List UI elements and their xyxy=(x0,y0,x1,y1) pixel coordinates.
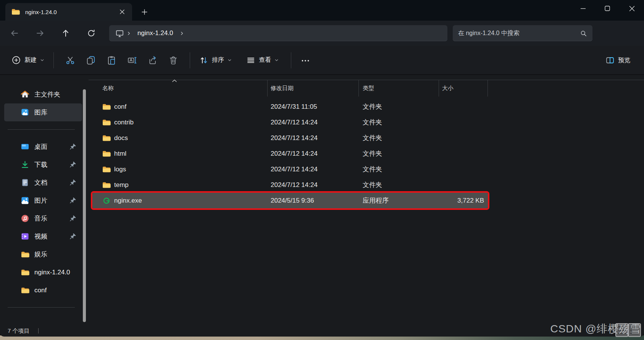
view-button[interactable]: 查看 xyxy=(242,52,283,69)
address-bar[interactable]: nginx-1.24.0 xyxy=(109,25,447,41)
toolbar-divider xyxy=(190,52,190,68)
file-type-cell: 文件夹 xyxy=(359,118,439,127)
sidebar-item-视频[interactable]: 视频 xyxy=(4,227,82,245)
file-name-cell: conf xyxy=(92,103,268,111)
music-icon xyxy=(21,214,29,223)
tab-title: nginx-1.24.0 xyxy=(25,9,117,15)
maximize-button[interactable] xyxy=(595,0,620,17)
more-button[interactable] xyxy=(296,52,315,69)
file-name: nginx.exe xyxy=(114,197,142,205)
file-row-docs[interactable]: docs2024/7/12 14:24文件夹 xyxy=(92,130,488,146)
sidebar-item-conf[interactable]: conf xyxy=(4,281,82,299)
folder-icon xyxy=(102,134,111,142)
file-date-cell: 2024/7/12 14:24 xyxy=(268,119,359,126)
folder-icon xyxy=(21,286,29,295)
sidebar-item-图片[interactable]: 图片 xyxy=(4,192,82,209)
sidebar-item-label: 娱乐 xyxy=(34,250,47,259)
column-header-row: 名称修改日期类型大小 xyxy=(89,80,644,97)
sidebar-item-nginx-1.24.0[interactable]: nginx-1.24.0 xyxy=(4,263,82,281)
sidebar-scrollbar[interactable] xyxy=(83,89,86,322)
file-date-cell: 2024/5/15 9:36 xyxy=(268,197,359,205)
sidebar-item-图库[interactable]: 图库 xyxy=(4,103,82,121)
window-controls xyxy=(571,0,644,17)
toolbar-divider xyxy=(53,52,54,68)
tab-close-icon[interactable] xyxy=(117,6,128,17)
column-header-2[interactable]: 类型 xyxy=(359,80,439,97)
forward-button[interactable] xyxy=(32,26,48,41)
paste-button[interactable] xyxy=(107,55,116,65)
file-row-html[interactable]: html2024/7/12 14:24文件夹 xyxy=(92,146,488,161)
file-name-cell: nginx.exe xyxy=(92,197,268,205)
folder-icon xyxy=(21,250,29,259)
new-tab-button[interactable] xyxy=(138,6,150,18)
refresh-button[interactable] xyxy=(84,26,99,41)
minimize-button[interactable] xyxy=(571,0,595,17)
chevron-down-icon xyxy=(228,58,232,62)
new-button[interactable]: 新建 xyxy=(7,52,49,69)
rename-button[interactable] xyxy=(127,55,137,65)
pin-icon xyxy=(69,214,77,222)
toolbar-actions xyxy=(58,55,185,65)
search-input[interactable]: 在 nginx-1.24.0 中搜索 xyxy=(453,25,592,41)
sidebar: 主文件夹图库桌面下载文档图片音乐视频娱乐nginx-1.24.0conf xyxy=(3,75,83,325)
screen: { "titlebar": { "tab_title": "nginx-1.24… xyxy=(0,0,644,340)
file-type-cell: 文件夹 xyxy=(359,149,439,158)
sidebar-item-音乐[interactable]: 音乐 xyxy=(4,209,82,227)
sort-icon xyxy=(199,56,208,65)
file-name: html xyxy=(114,150,126,158)
cut-button[interactable] xyxy=(65,55,75,65)
explorer-tab[interactable]: nginx-1.24.0 xyxy=(5,3,132,21)
file-row-logs[interactable]: logs2024/7/12 14:24文件夹 xyxy=(92,161,488,177)
titlebar: nginx-1.24.0 xyxy=(0,0,644,21)
sort-button-label: 排序 xyxy=(212,56,224,64)
folder-icon xyxy=(102,166,111,173)
folder-icon xyxy=(102,119,111,126)
preview-button[interactable]: 预览 xyxy=(601,52,635,69)
sidebar-item-桌面[interactable]: 桌面 xyxy=(4,138,82,156)
sidebar-item-下载[interactable]: 下载 xyxy=(4,156,82,174)
view-list-icon xyxy=(246,56,255,65)
videos-icon xyxy=(21,232,29,241)
search-icon[interactable] xyxy=(580,30,587,37)
chevron-down-icon xyxy=(40,58,44,62)
csdn-watermark: CSDN @绯樱殇雪 xyxy=(550,322,641,336)
navigation-bar: nginx-1.24.0 在 nginx-1.24.0 中搜索 xyxy=(0,21,644,46)
file-name: logs xyxy=(114,166,126,173)
column-header-3[interactable]: 大小 xyxy=(439,80,488,97)
file-row-nginx.exe[interactable]: nginx.exe2024/5/15 9:36应用程序3,722 KB xyxy=(92,193,488,208)
sidebar-item-文档[interactable]: 文档 xyxy=(4,174,82,192)
file-date-cell: 2024/7/12 14:24 xyxy=(268,150,359,158)
pin-icon xyxy=(69,197,77,204)
file-name: conf xyxy=(114,103,126,111)
close-button[interactable] xyxy=(620,0,644,17)
this-pc-monitor-icon[interactable] xyxy=(115,29,124,38)
copy-button[interactable] xyxy=(86,55,96,65)
gallery-icon xyxy=(21,108,29,117)
file-row-temp[interactable]: temp2024/7/12 14:24文件夹 xyxy=(92,177,488,193)
file-row-conf[interactable]: conf2024/7/31 11:05文件夹 xyxy=(92,99,488,114)
file-size-cell: 3,722 KB xyxy=(439,197,488,205)
file-name-cell: logs xyxy=(92,166,268,173)
file-name-cell: docs xyxy=(92,134,268,142)
delete-button[interactable] xyxy=(168,55,178,65)
sidebar-item-主文件夹[interactable]: 主文件夹 xyxy=(4,85,82,103)
sidebar-divider xyxy=(8,307,75,308)
back-button[interactable] xyxy=(7,26,22,41)
desktop-icon xyxy=(21,142,29,151)
sidebar-item-label: 文档 xyxy=(34,178,47,187)
breadcrumb-chevron-icon[interactable] xyxy=(179,31,184,36)
sort-ascending-caret-icon xyxy=(172,79,177,82)
column-header-1[interactable]: 修改日期 xyxy=(268,80,359,97)
folder-icon xyxy=(102,150,111,158)
file-name-cell: temp xyxy=(92,181,268,189)
view-button-label: 查看 xyxy=(259,56,271,64)
sort-button[interactable]: 排序 xyxy=(195,52,236,69)
column-header-0[interactable]: 名称 xyxy=(92,80,268,97)
share-button[interactable] xyxy=(148,55,158,65)
file-date-cell: 2024/7/12 14:24 xyxy=(268,181,359,189)
up-button[interactable] xyxy=(58,26,73,41)
file-row-contrib[interactable]: contrib2024/7/12 14:24文件夹 xyxy=(92,114,488,130)
breadcrumb-folder[interactable]: nginx-1.24.0 xyxy=(137,29,173,37)
sidebar-item-label: 音乐 xyxy=(34,214,47,223)
sidebar-item-娱乐[interactable]: 娱乐 xyxy=(4,245,82,263)
